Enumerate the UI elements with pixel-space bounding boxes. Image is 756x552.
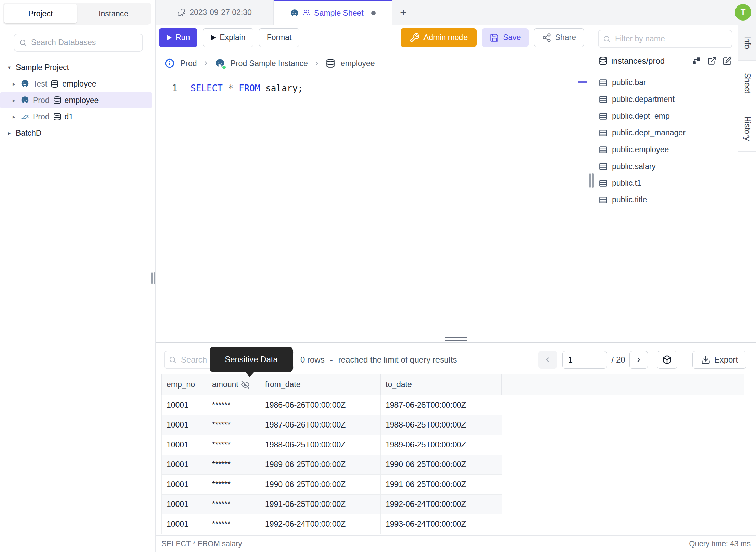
download-icon <box>701 355 711 365</box>
admin-mode-button[interactable]: Admin mode <box>401 28 477 47</box>
new-tab-button[interactable]: + <box>400 6 407 18</box>
eye-off-icon[interactable] <box>241 381 249 389</box>
table-icon <box>599 145 608 154</box>
edit-icon[interactable] <box>723 56 732 65</box>
table-row: 10001******1989-06-25T00:00:00Z1990-06-2… <box>161 455 502 475</box>
sensitive-data-tooltip: Sensitive Data <box>210 347 293 372</box>
external-link-icon[interactable] <box>707 56 716 65</box>
unsaved-indicator-dot <box>371 11 376 15</box>
table-list-item[interactable]: public.t1 <box>592 175 738 192</box>
unlink-icon <box>177 8 185 16</box>
side-tab-history[interactable]: History <box>738 106 756 152</box>
sheet-tab-sample-sheet[interactable]: Sample Sheet <box>274 0 392 25</box>
row-count: 0 rows <box>300 355 325 365</box>
tab-project[interactable]: Project <box>4 4 77 23</box>
table-icon <box>599 95 608 104</box>
table-list-item[interactable]: public.title <box>592 192 738 208</box>
play-icon <box>211 35 216 41</box>
chevron-right-icon <box>635 356 643 364</box>
sql-editor[interactable]: 1 SELECT * FROM salary; <box>156 76 592 342</box>
executed-statement: SELECT * FROM salary <box>161 539 242 548</box>
results-panel: Search Sensitive Data 0 rows - reached t… <box>156 342 756 535</box>
limit-message: reached the limit of query results <box>338 355 457 365</box>
connection-status-dot <box>222 65 226 70</box>
chevron-left-icon <box>544 356 552 364</box>
table-list-item[interactable]: public.dept_manager <box>592 124 738 141</box>
table-row: 10001******1990-06-25T00:00:00Z1991-06-2… <box>161 475 502 495</box>
schema-diagram-icon[interactable] <box>692 56 701 65</box>
run-button[interactable]: Run <box>159 28 197 47</box>
tree-item-batchd[interactable]: ▸ BatchD <box>0 125 155 141</box>
tree-item-prod-d1[interactable]: ▸ Prod d1 <box>0 108 155 125</box>
export-button[interactable]: Export <box>692 351 746 369</box>
results-table-header: emp_no amount from_date to_date <box>161 374 744 395</box>
database-icon <box>53 96 61 104</box>
share-button[interactable]: Share <box>534 28 584 47</box>
table-row: 10001******1992-06-24T00:00:00Z1993-06-2… <box>161 514 502 534</box>
line-number: 1 <box>162 83 178 93</box>
results-resize-handle[interactable] <box>445 337 467 341</box>
format-button[interactable]: Format <box>259 28 300 47</box>
postgresql-icon <box>21 79 29 88</box>
database-icon <box>53 113 61 121</box>
breadcrumb-database[interactable]: employee <box>341 59 375 68</box>
table-list-item[interactable]: public.employee <box>592 141 738 158</box>
search-icon <box>169 356 177 364</box>
table-list: public.bar public.department public.dept… <box>592 71 738 208</box>
editor-column: Run Explain Format Admin mode <box>156 25 592 342</box>
column-header-to-date: to_date <box>380 374 501 395</box>
table-icon <box>599 78 608 87</box>
breadcrumb-environment[interactable]: Prod <box>180 59 197 68</box>
filter-placeholder: Filter by name <box>615 34 665 43</box>
search-icon <box>603 35 611 43</box>
table-list-item[interactable]: public.salary <box>592 158 738 175</box>
results-summary: 0 rows - reached the limit of query resu… <box>300 355 457 365</box>
table-icon <box>599 162 608 171</box>
code-line: 1 SELECT * FROM salary; <box>156 76 592 93</box>
tab-instance[interactable]: Instance <box>77 4 150 23</box>
panel-resize-handle[interactable] <box>589 173 594 188</box>
result-view-mode-button[interactable] <box>657 351 677 369</box>
database-icon <box>51 80 59 88</box>
breadcrumb: Prod Prod Sample Instance employee <box>156 50 592 76</box>
save-button[interactable]: Save <box>482 28 528 47</box>
table-row: 10001******1986-06-26T00:00:00Z1987-06-2… <box>161 395 502 415</box>
previous-page-button[interactable] <box>538 351 557 369</box>
results-search-placeholder: Search <box>181 355 207 365</box>
side-tab-info[interactable]: Info <box>738 25 756 61</box>
sheet-tab-bar: 2023-09-27 02:30 Sample Sheet + T <box>156 0 756 25</box>
sidebar-resize-handle[interactable] <box>151 272 155 284</box>
table-icon <box>599 112 608 121</box>
page-number-input[interactable]: 1 <box>562 351 607 369</box>
connection-label: instances/prod <box>611 56 665 66</box>
filter-input[interactable]: Filter by name <box>598 30 732 48</box>
chevron-right-icon <box>203 60 209 67</box>
tree-item-sample-project[interactable]: ▾ Sample Project <box>0 59 155 76</box>
table-list-item[interactable]: public.bar <box>592 74 738 91</box>
table-row: 10001******1991-06-25T00:00:00Z1992-06-2… <box>161 495 502 514</box>
table-list-item[interactable]: public.department <box>592 91 738 108</box>
connection-row: instances/prod <box>592 48 738 71</box>
avatar[interactable]: T <box>735 4 751 21</box>
explain-button[interactable]: Explain <box>203 28 253 47</box>
next-page-button[interactable] <box>629 351 648 369</box>
caret-right-icon: ▸ <box>11 81 17 87</box>
tree-item-test-employee[interactable]: ▸ Test employee <box>0 76 155 92</box>
summary-separator: - <box>330 355 333 365</box>
table-row: 10001******1987-06-26T00:00:00Z1988-06-2… <box>161 415 502 435</box>
box-icon <box>662 355 672 365</box>
side-tab-sheet[interactable]: Sheet <box>738 61 756 106</box>
sheet-tab-unsaved[interactable]: 2023-09-27 02:30 <box>156 0 274 25</box>
table-list-item[interactable]: public.dept_emp <box>592 108 738 124</box>
breadcrumb-instance[interactable]: Prod Sample Instance <box>231 59 308 68</box>
postgresql-icon <box>21 96 29 105</box>
results-table-body: 10001******1986-06-26T00:00:00Z1987-06-2… <box>161 395 756 534</box>
database-search-input[interactable]: Search Databases <box>14 34 143 52</box>
postgresql-icon <box>215 58 225 68</box>
caret-down-icon: ▾ <box>6 64 12 71</box>
overview-ruler-mark <box>578 81 587 83</box>
editor-toolbar: Run Explain Format Admin mode <box>156 25 592 50</box>
column-header-from-date: from_date <box>260 374 380 395</box>
info-icon[interactable] <box>165 58 175 68</box>
tree-item-prod-employee[interactable]: ▸ Prod employee <box>0 92 152 108</box>
